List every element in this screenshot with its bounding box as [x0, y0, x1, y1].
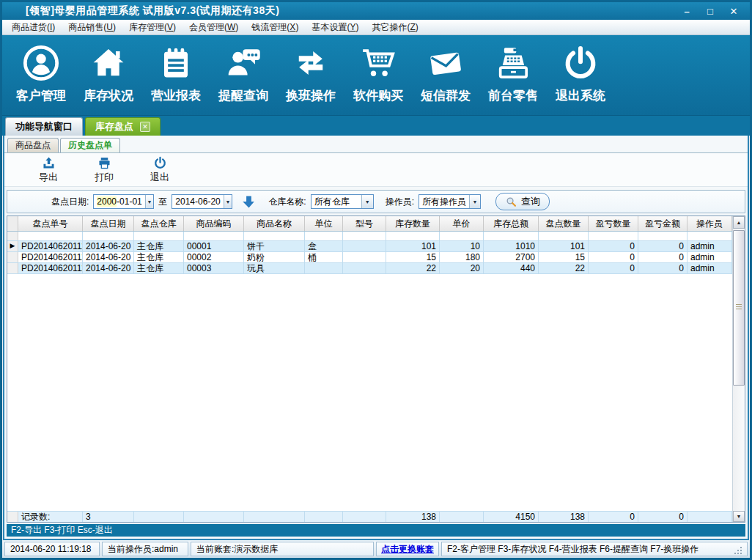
date-to-combo[interactable]: 2014-06-20 ▼ [172, 194, 232, 209]
chevron-down-icon[interactable]: ▼ [361, 195, 373, 208]
footer-cell [688, 512, 732, 522]
cell: PD2014062011171 [18, 263, 83, 273]
to-label: 至 [158, 196, 167, 208]
col-header-1[interactable]: 盘点单号 [18, 216, 83, 231]
row-indicator-cell [7, 232, 18, 240]
apply-dates-arrow-icon[interactable] [243, 195, 255, 209]
toolbar-reminder-button[interactable]: 提醒查询 [215, 44, 272, 104]
cell [305, 232, 343, 240]
toolbar-button-label: 短信群发 [421, 87, 471, 104]
export-button[interactable]: 导出 [31, 156, 66, 184]
col-header-4[interactable]: 商品编码 [184, 216, 244, 231]
tab-close-icon[interactable]: ✕ [140, 122, 150, 132]
toolbar-cart-button[interactable]: 软件购买 [350, 44, 407, 104]
table-row[interactable]: PD20140620111712014-06-20主仓库00002奶粉桶1518… [7, 252, 732, 263]
close-icon[interactable]: ✕ [725, 6, 742, 17]
col-header-5[interactable]: 商品名称 [244, 216, 305, 231]
table-row[interactable]: PD20140620111712014-06-20主仓库00003玩具22204… [7, 263, 732, 274]
print-button[interactable]: 打印 [86, 156, 122, 184]
search-button[interactable]: 查询 [495, 193, 550, 210]
change-account-link[interactable]: 点击更换账套 [376, 542, 439, 556]
home-icon [89, 44, 128, 82]
chevron-down-icon[interactable]: ▼ [469, 195, 480, 208]
status-text: 2014-06-20 11:19:18 [10, 544, 92, 554]
toolbar-swap-button[interactable]: 换班操作 [282, 44, 339, 104]
col-header-14[interactable]: 操作员 [688, 216, 732, 231]
subtab-history-check-list[interactable]: 历史盘点单 [60, 138, 120, 152]
footer-cell [305, 512, 343, 522]
toolbar-home-button[interactable]: 库存状况 [80, 44, 137, 104]
subtab-label: 商品盘点 [15, 139, 51, 152]
footer-cell: 0 [638, 512, 688, 522]
cell: 101 [539, 241, 589, 251]
reminder-icon [224, 44, 262, 82]
col-header-2[interactable]: 盘点日期 [83, 216, 134, 231]
tab-inventory-check[interactable]: 库存盘点 ✕ [85, 117, 161, 136]
exit-icon [153, 156, 167, 170]
scroll-up-icon[interactable]: ▲ [733, 216, 745, 229]
toolbar-register-button[interactable]: 前台零售 [484, 44, 542, 104]
status-current-account: 当前账套:演示数据库 [191, 542, 374, 556]
cell: 15 [539, 252, 589, 262]
footer-cell: 4150 [484, 512, 539, 522]
chevron-down-icon[interactable]: ▼ [224, 195, 232, 208]
cell: 奶粉 [244, 252, 305, 262]
report-icon [157, 44, 195, 82]
cell [18, 232, 83, 240]
document-tab-bar: 功能导航窗口 库存盘点 ✕ [2, 116, 750, 136]
col-header-11[interactable]: 盘点数量 [539, 216, 589, 231]
maximize-icon[interactable]: □ [701, 6, 719, 17]
menu-item-x[interactable]: 钱流管理(X) [245, 19, 305, 36]
warehouse-value: 所有仓库 [312, 196, 353, 208]
grid-body: 盘点单号盘点日期盘点仓库商品编码商品名称单位型号库存数量单价库存总额盘点数量盈亏… [7, 216, 732, 522]
operator-value: 所有操作员 [419, 196, 469, 208]
quit-button[interactable]: 退出 [142, 156, 177, 184]
cell: 0 [638, 252, 688, 262]
col-header-8[interactable]: 库存数量 [386, 216, 440, 231]
col-header-13[interactable]: 盈亏金额 [638, 216, 688, 231]
warehouse-combo[interactable]: 所有仓库 ▼ [311, 194, 374, 209]
menu-item-u[interactable]: 商品销售(U) [62, 19, 122, 36]
col-header-10[interactable]: 库存总额 [484, 216, 539, 231]
footer-cell: 0 [589, 512, 638, 522]
table-row[interactable]: ▶PD20140620111712014-06-20主仓库00001饼干盒101… [7, 241, 732, 252]
chevron-down-icon[interactable]: ▼ [145, 195, 154, 208]
cell [440, 232, 484, 240]
vertical-scrollbar[interactable]: ▲ ▼ [732, 216, 745, 522]
cell [343, 232, 386, 240]
col-header-9[interactable]: 单价 [440, 216, 484, 231]
toolbar-mail-button[interactable]: 短信群发 [417, 44, 474, 104]
toolbar-user-button[interactable]: 客户管理 [12, 44, 70, 104]
resize-grip-icon[interactable] [737, 550, 739, 551]
col-header-3[interactable]: 盘点仓库 [134, 216, 184, 231]
menu-item-i[interactable]: 商品进货(I) [5, 19, 62, 36]
minimize-icon[interactable]: – [678, 6, 696, 17]
menu-item-y[interactable]: 基本设置(Y) [305, 19, 365, 36]
cell: 主仓库 [134, 241, 184, 251]
cell: admin [688, 252, 732, 262]
toolbar-report-button[interactable]: 营业报表 [147, 44, 204, 104]
search-icon [505, 196, 517, 208]
row-indicator-cell [7, 263, 18, 273]
scroll-down-icon[interactable]: ▼ [733, 511, 745, 522]
operator-combo[interactable]: 所有操作员 ▼ [419, 194, 481, 209]
footer-cell [244, 512, 305, 522]
col-header-12[interactable]: 盈亏数量 [589, 216, 638, 231]
menu-item-v[interactable]: 库存管理(V) [122, 19, 183, 36]
menu-item-w[interactable]: 会员管理(W) [183, 19, 245, 36]
register-icon [494, 44, 532, 82]
col-header-7[interactable]: 型号 [343, 216, 386, 231]
grid-hotkey-bar: F2-导出 F3-打印 Esc-退出 [7, 524, 745, 537]
scrollbar-track[interactable] [733, 229, 745, 511]
col-header-6[interactable]: 单位 [305, 216, 343, 231]
toolbar-power-button[interactable]: 退出系统 [552, 44, 609, 104]
cell [184, 232, 244, 240]
cell [343, 241, 386, 251]
date-from-combo[interactable]: 2000-01-01 ▼ [93, 194, 154, 209]
scrollbar-thumb[interactable] [733, 230, 745, 386]
tab-function-navigator[interactable]: 功能导航窗口 [5, 117, 83, 136]
menu-item-z[interactable]: 其它操作(Z) [365, 19, 424, 36]
status-text[interactable]: 点击更换账套 [381, 543, 434, 556]
status-text: F2-客户管理 F3-库存状况 F4-营业报表 F6-提醒查询 F7-换班操作 [447, 543, 698, 556]
subtab-product-check[interactable]: 商品盘点 [7, 138, 59, 152]
